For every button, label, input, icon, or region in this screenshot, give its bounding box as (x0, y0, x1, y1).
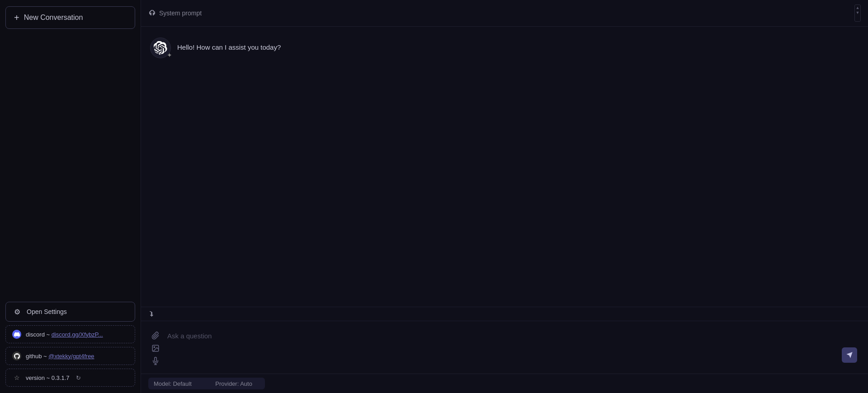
sidebar-space (5, 33, 135, 302)
send-button[interactable] (842, 347, 857, 363)
discord-link-button[interactable]: discord ~ discord.gg/XfybzP... (5, 325, 135, 343)
system-prompt-scrollbar[interactable]: ▲ ▼ (854, 5, 861, 22)
github-label: github ~ @xtekky/gpt4free (26, 353, 94, 360)
status-bar: Model: Default Provider: Auto (141, 374, 868, 393)
collapse-bar: ⮯ (141, 307, 868, 321)
github-link[interactable]: @xtekky/gpt4free (48, 353, 94, 360)
settings-label: Open Settings (27, 308, 67, 315)
input-area (141, 321, 868, 374)
ai-message: Hello! How can I assist you today? (177, 37, 281, 53)
discord-label: discord ~ discord.gg/XfybzP... (26, 331, 103, 338)
microphone-button[interactable] (150, 356, 161, 366)
sidebar-bottom-section: ⚙ Open Settings discord ~ discord.gg/Xfy… (5, 302, 135, 387)
input-row (148, 327, 861, 366)
plus-icon: + (14, 13, 19, 22)
gear-icon: ⚙ (12, 307, 22, 317)
image-button[interactable] (150, 343, 161, 354)
system-prompt-bar: ⮉ System prompt ▲ ▼ (141, 0, 868, 27)
double-chevron-down-icon[interactable]: ⮯ (148, 310, 156, 318)
star-icon: ☆ (12, 373, 21, 382)
new-conversation-label: New Conversation (24, 14, 83, 22)
provider-label: Provider: Auto (208, 378, 259, 390)
sidebar: + New Conversation ⚙ Open Settings disco… (0, 0, 141, 393)
new-conversation-button[interactable]: + New Conversation (5, 6, 135, 29)
attach-button[interactable] (150, 330, 161, 341)
chevron-up-icon: ⮉ (148, 9, 156, 17)
system-prompt-text: System prompt (159, 9, 202, 17)
github-link-button[interactable]: github ~ @xtekky/gpt4free (5, 347, 135, 365)
open-settings-button[interactable]: ⚙ Open Settings (5, 302, 135, 322)
ai-status-icon: ✦ (167, 51, 172, 59)
input-icons-left (148, 327, 164, 366)
discord-link[interactable]: discord.gg/XfybzP... (52, 331, 103, 338)
refresh-icon: ↻ (76, 374, 81, 381)
github-icon (12, 351, 21, 360)
version-button[interactable]: ☆ version ~ 0.3.1.7 ↻ (5, 369, 135, 387)
svg-point-1 (154, 346, 155, 347)
model-label: Model: Default (154, 378, 199, 390)
discord-icon (12, 330, 21, 339)
main-panel: ⮉ System prompt ▲ ▼ ✦ Hello! How can I a… (141, 0, 868, 393)
scroll-up-arrow: ▲ (856, 6, 860, 10)
ai-avatar: ✦ (150, 37, 171, 58)
model-status: Model: Default Provider: Auto (148, 378, 265, 389)
chat-input[interactable] (164, 327, 861, 366)
version-label: version ~ 0.3.1.7 (26, 374, 70, 381)
system-prompt-label: ⮉ System prompt (148, 9, 202, 17)
scroll-down-arrow: ▼ (856, 11, 860, 15)
chat-messages-area: ✦ Hello! How can I assist you today? (141, 27, 868, 307)
message-row: ✦ Hello! How can I assist you today? (150, 37, 859, 58)
